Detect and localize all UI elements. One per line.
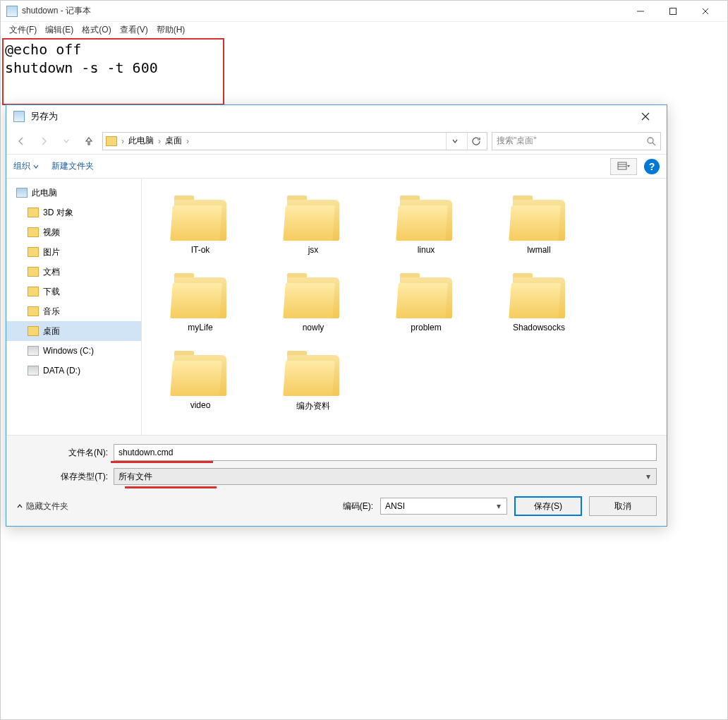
folder-icon	[171, 191, 229, 241]
cancel-button[interactable]: 取消	[589, 496, 657, 516]
annotation-underline-filetype	[125, 486, 217, 488]
address-dropdown[interactable]	[446, 133, 463, 150]
folder-icon	[28, 227, 39, 237]
dialog-close-button[interactable]	[631, 107, 660, 126]
folder-item[interactable]: video	[154, 347, 246, 412]
folder-icon	[28, 247, 39, 257]
folder-item[interactable]: nowly	[267, 269, 359, 332]
sidebar-item-this-pc[interactable]: 此电脑	[6, 183, 141, 203]
filename-input[interactable]	[114, 444, 657, 461]
folder-item[interactable]: jsx	[267, 191, 359, 255]
menu-format[interactable]: 格式(O)	[79, 23, 114, 37]
folder-icon	[106, 136, 117, 146]
address-bar[interactable]: › 此电脑 › 桌面 ›	[102, 132, 487, 150]
folder-icon	[284, 191, 342, 241]
breadcrumb-location[interactable]: 桌面	[165, 135, 182, 147]
hide-folders-toggle[interactable]: 隐藏文件夹	[16, 500, 68, 512]
dialog-navbar: › 此电脑 › 桌面 › 搜索"桌面"	[6, 128, 667, 155]
sidebar-item[interactable]: 音乐	[6, 301, 141, 321]
folder-item[interactable]: myLife	[154, 269, 246, 332]
dialog-body: 此电脑 3D 对象视频图片文档下载音乐桌面Windows (C:)DATA (D…	[6, 179, 667, 435]
chevron-down-icon	[33, 164, 39, 169]
breadcrumb-separator: ›	[158, 136, 161, 146]
folder-item[interactable]: IT-ok	[154, 191, 246, 255]
folder-label: nowly	[303, 323, 324, 332]
search-input[interactable]: 搜索"桌面"	[492, 132, 661, 150]
folder-icon	[171, 347, 229, 396]
sidebar-item[interactable]: Windows (C:)	[6, 341, 141, 361]
folder-icon	[510, 269, 568, 318]
folder-icon	[28, 326, 39, 336]
folder-item[interactable]: problem	[380, 269, 472, 332]
menu-view[interactable]: 查看(V)	[117, 23, 151, 37]
folder-icon	[397, 191, 455, 241]
folder-item[interactable]: linux	[380, 191, 472, 255]
folder-label: jsx	[308, 245, 319, 255]
sidebar-item-label: DATA (D:)	[43, 366, 80, 376]
sidebar-item[interactable]: 3D 对象	[6, 203, 141, 222]
sidebar-item[interactable]: 图片	[6, 242, 141, 262]
folder-label: linux	[418, 245, 435, 255]
folder-icon	[284, 347, 342, 396]
search-icon	[646, 136, 656, 146]
organize-menu[interactable]: 组织	[13, 160, 39, 172]
folder-icon	[28, 267, 39, 277]
search-placeholder: 搜索"桌面"	[497, 135, 537, 147]
refresh-button[interactable]	[467, 133, 484, 150]
sidebar-item-label: 3D 对象	[43, 207, 73, 219]
folder-item[interactable]: 编办资料	[267, 347, 359, 412]
new-folder-button[interactable]: 新建文件夹	[51, 160, 94, 172]
sidebar-item-label: 文档	[43, 266, 60, 278]
sidebar: 此电脑 3D 对象视频图片文档下载音乐桌面Windows (C:)DATA (D…	[6, 179, 142, 435]
maximize-button[interactable]	[657, 1, 689, 22]
breadcrumb-separator: ›	[186, 136, 189, 146]
help-button[interactable]: ?	[644, 159, 660, 174]
menu-file[interactable]: 文件(F)	[6, 23, 40, 37]
folder-label: myLife	[188, 323, 212, 332]
svg-point-6	[648, 138, 653, 143]
svg-rect-1	[670, 8, 677, 14]
folder-icon	[171, 269, 229, 318]
folder-icon	[28, 306, 39, 316]
sidebar-item[interactable]: DATA (D:)	[6, 361, 141, 380]
folder-icon	[284, 269, 342, 318]
sidebar-item[interactable]: 视频	[6, 222, 141, 242]
menu-help[interactable]: 帮助(H)	[154, 23, 188, 37]
nav-up-button[interactable]	[80, 132, 98, 150]
nav-recent-button[interactable]	[57, 132, 75, 150]
folder-label: 编办资料	[296, 400, 330, 412]
encoding-select[interactable]: ANSI	[380, 498, 507, 515]
sidebar-item-label: 音乐	[43, 306, 60, 318]
minimize-button[interactable]	[624, 1, 657, 22]
folder-label: Shadowsocks	[513, 323, 565, 332]
view-options-button[interactable]	[610, 158, 637, 175]
sidebar-item-label: Windows (C:)	[43, 346, 94, 356]
sidebar-item[interactable]: 桌面	[6, 321, 141, 341]
sidebar-item-label: 图片	[43, 246, 60, 258]
sidebar-item[interactable]: 下载	[6, 282, 141, 301]
pc-icon	[16, 188, 28, 198]
breadcrumb-root[interactable]: 此电脑	[128, 135, 154, 147]
filetype-select[interactable]: 所有文件	[114, 468, 657, 485]
notepad-textarea[interactable]: @echo off shutdown -s -t 600	[1, 37, 727, 80]
folder-icon	[510, 191, 568, 241]
menu-edit[interactable]: 编辑(E)	[42, 23, 76, 37]
breadcrumb-separator: ›	[121, 136, 124, 146]
folder-item[interactable]: Shadowsocks	[493, 269, 585, 332]
folder-icon	[397, 269, 455, 318]
nav-back-button[interactable]	[12, 132, 30, 150]
sidebar-item[interactable]: 文档	[6, 262, 141, 282]
nav-forward-button[interactable]	[35, 132, 53, 150]
notepad-icon	[6, 6, 18, 17]
close-button[interactable]	[689, 1, 722, 22]
dialog-titlebar: 另存为	[6, 105, 667, 128]
svg-rect-8	[618, 162, 626, 169]
notepad-menubar: 文件(F) 编辑(E) 格式(O) 查看(V) 帮助(H)	[1, 22, 727, 37]
save-button[interactable]: 保存(S)	[514, 496, 582, 516]
folder-label: problem	[411, 323, 441, 332]
file-grid[interactable]: IT-okjsxlinuxlwmallmyLifenowlyproblemSha…	[142, 179, 667, 435]
folder-item[interactable]: lwmall	[493, 191, 585, 255]
filetype-label: 保存类型(T):	[16, 471, 108, 483]
save-as-dialog: 另存为 › 此电脑 › 桌面 ›	[6, 104, 667, 527]
encoding-label: 编码(E):	[343, 500, 373, 512]
